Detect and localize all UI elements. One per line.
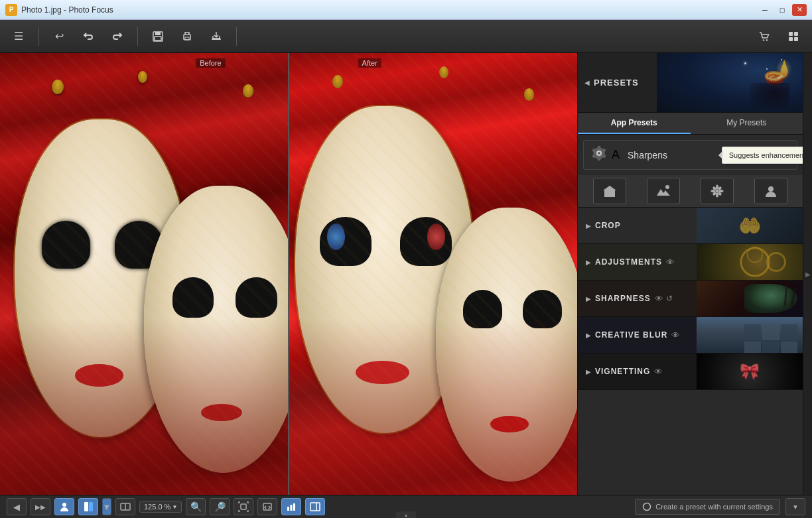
- sharpness-thumb: [697, 281, 803, 316]
- portrait-mode-button[interactable]: [54, 498, 74, 515]
- vignetting-content: ▶ VIGNETTING 👁: [578, 354, 663, 389]
- svg-rect-30: [287, 507, 289, 511]
- sharpens-preset[interactable]: A Sharpens Suggests enhancements to the …: [583, 140, 797, 170]
- sharpens-tooltip: Suggests enhancements to the sharpness o…: [722, 147, 803, 164]
- svg-rect-28: [241, 504, 246, 509]
- svg-rect-8: [789, 32, 793, 36]
- cat-architecture[interactable]: [593, 178, 626, 204]
- creative-blur-section[interactable]: ▶ CREATIVE BLUR 👁: [578, 317, 803, 354]
- maximize-button[interactable]: □: [775, 4, 789, 16]
- adjustments-icons: 👁: [666, 257, 675, 267]
- adjustments-section[interactable]: ▶ ADJUSTMENTS 👁: [578, 244, 803, 281]
- svg-rect-31: [291, 505, 293, 511]
- after-photo: [289, 53, 577, 495]
- crop-section[interactable]: 🤲 ▶ CROP: [578, 208, 803, 244]
- main-toolbar: ☰ ↩: [0, 20, 812, 53]
- fit-button[interactable]: [234, 498, 253, 515]
- svg-rect-10: [789, 37, 793, 41]
- tab-my-presets[interactable]: My Presets: [691, 113, 803, 134]
- svg-point-6: [763, 39, 764, 40]
- grid-button[interactable]: [781, 25, 805, 48]
- zoom-in-button[interactable]: 🔎: [210, 498, 230, 515]
- undo2-button[interactable]: [76, 25, 100, 48]
- cart-button[interactable]: [752, 25, 776, 48]
- title-bar: P Photo 1.jpg - Photo Focus ─ □ ✕: [0, 0, 812, 20]
- creative-blur-label: CREATIVE BLUR: [595, 330, 667, 340]
- adjustments-label: ADJUSTMENTS: [595, 257, 662, 267]
- svg-rect-11: [794, 37, 798, 41]
- status-right: Create a preset with current settings ▼: [635, 498, 805, 515]
- creative-blur-eye-icon[interactable]: 👁: [671, 330, 680, 340]
- sidepanel-button[interactable]: [305, 498, 325, 515]
- cat-flower[interactable]: [701, 178, 734, 204]
- svg-point-19: [718, 190, 723, 192]
- crop-content: ▶ CROP: [578, 208, 621, 243]
- photo-split: [0, 53, 577, 495]
- preset-tabs: App Presets My Presets: [578, 113, 803, 135]
- vignetting-section[interactable]: 🎀 ▶ VIGNETTING 👁: [578, 354, 803, 390]
- toolbar-separator-3: [236, 27, 237, 46]
- before-label: Before: [196, 58, 225, 68]
- prev-photo-button[interactable]: ◀: [7, 498, 27, 515]
- vignetting-icons: 👁: [654, 367, 663, 377]
- creative-blur-arrow: ▶: [586, 332, 591, 339]
- fit-screen-button[interactable]: [257, 498, 277, 515]
- export-button[interactable]: [204, 25, 228, 48]
- preset-sharpens-label: Sharpens: [628, 150, 667, 161]
- view-mode-dropdown[interactable]: ▼: [102, 498, 111, 515]
- nav-up-button[interactable]: ▲: [396, 511, 416, 518]
- presets-bg-image: 🪔: [657, 53, 803, 113]
- adjustments-content: ▶ ADJUSTMENTS 👁: [578, 244, 675, 280]
- vignetting-label: VIGNETTING: [595, 367, 650, 376]
- before-photo: [0, 53, 288, 495]
- svg-point-17: [716, 193, 718, 198]
- cat-portrait[interactable]: [754, 178, 787, 204]
- svg-rect-1: [155, 32, 161, 35]
- vignetting-eye-icon[interactable]: 👁: [654, 367, 663, 377]
- panel-spacer: [578, 390, 803, 495]
- presets-collapse-icon[interactable]: ◀: [584, 79, 590, 86]
- sharpness-reset-icon[interactable]: ↺: [666, 294, 673, 304]
- print-button[interactable]: [175, 25, 199, 48]
- presets-header: 🪔 ◀ PRESETS: [578, 53, 803, 113]
- sharpness-icons: 👁 ↺: [655, 294, 673, 304]
- toolbar-right: [752, 25, 805, 48]
- compare-button[interactable]: [115, 498, 135, 515]
- main-layout: Before After: [0, 53, 812, 495]
- next-photo-button[interactable]: ▶▶: [31, 498, 50, 515]
- presets-title: PRESETS: [594, 78, 639, 88]
- close-button[interactable]: ✕: [792, 4, 807, 16]
- adjustments-thumb: [697, 244, 803, 280]
- view-mode-arrow[interactable]: ▼: [102, 498, 111, 515]
- view-mode-button[interactable]: [78, 498, 98, 515]
- zoom-display[interactable]: 125.0 % ▼: [139, 501, 182, 513]
- crop-thumb: 🤲: [697, 208, 803, 243]
- sharpness-section[interactable]: ▶ SHARPNESS 👁 ↺: [578, 281, 803, 317]
- svg-point-18: [710, 190, 715, 192]
- redo-button[interactable]: [105, 25, 129, 48]
- undo-button[interactable]: ↩: [47, 25, 71, 48]
- save-button[interactable]: [146, 25, 170, 48]
- zoom-value: 125.0 %: [144, 503, 170, 511]
- panel-expander[interactable]: ▶: [803, 53, 812, 495]
- after-label: After: [358, 58, 381, 68]
- cat-landscape[interactable]: [647, 178, 680, 204]
- svg-rect-32: [293, 503, 295, 511]
- toolbar-separator-2: [137, 27, 138, 46]
- histogram-button[interactable]: [281, 498, 301, 515]
- svg-rect-13: [608, 192, 612, 197]
- sharpness-eye-icon[interactable]: 👁: [655, 294, 663, 304]
- menu-button[interactable]: ☰: [7, 25, 31, 48]
- tab-app-presets[interactable]: App Presets: [578, 113, 691, 134]
- crop-label: CROP: [595, 221, 621, 230]
- photo-area: Before After: [0, 53, 577, 495]
- zoom-arrow: ▼: [172, 504, 177, 510]
- preset-options-button[interactable]: ▼: [785, 498, 805, 515]
- create-preset-button[interactable]: Create a preset with current settings: [635, 499, 780, 515]
- svg-point-15: [715, 190, 718, 193]
- adjustments-eye-icon[interactable]: 👁: [666, 257, 675, 267]
- minimize-button[interactable]: ─: [758, 4, 772, 16]
- vignetting-arrow: ▶: [586, 368, 591, 375]
- sharpness-arrow: ▶: [586, 295, 591, 302]
- zoom-out-button[interactable]: 🔍: [186, 498, 206, 515]
